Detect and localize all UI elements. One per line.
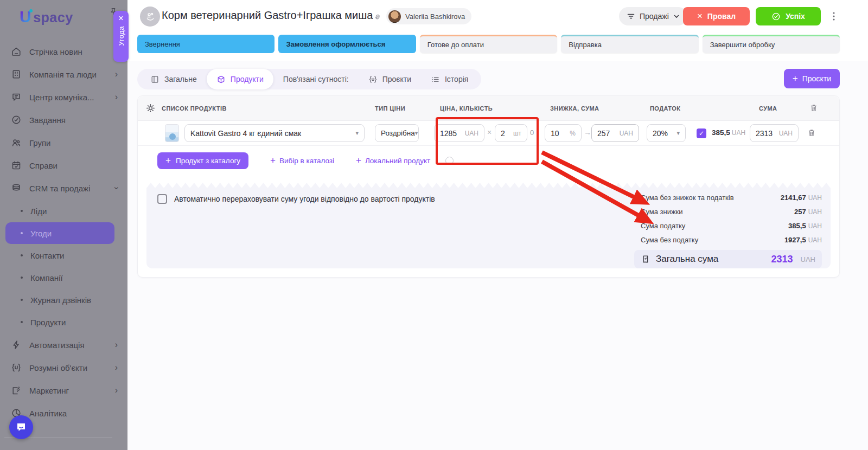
total-line-unit: UAH: [808, 222, 822, 230]
sidebar-item-leads[interactable]: Ліди: [5, 200, 114, 222]
tab-general[interactable]: Загальне: [141, 69, 207, 89]
sidebar-item-automation[interactable]: Автоматизація: [0, 333, 127, 356]
tab-history[interactable]: Історія: [421, 69, 478, 89]
product-name: Kattovit Gastro 4 кг єдиний смак: [190, 129, 301, 138]
stray-zero-text: 0: [530, 128, 534, 137]
total-line-unit: UAH: [808, 208, 822, 216]
sidebar-item-label: Автоматизація: [29, 340, 85, 350]
add-local-product-link[interactable]: Локальний продукт: [356, 155, 430, 166]
stage-gotove-do-oplaty[interactable]: Готове до оплати: [420, 35, 557, 53]
tax-sum-unit: UAH: [732, 129, 745, 137]
trash-icon[interactable]: [809, 103, 819, 113]
sidebar-item-call-log[interactable]: Журнал дзвінків: [5, 289, 114, 311]
chevron-down-icon: [673, 13, 680, 20]
tab-label: Продукти: [231, 75, 264, 83]
discount-sum-value: 257: [597, 129, 610, 138]
price-input[interactable]: 1285 UAH: [434, 124, 484, 142]
stage-vidpravka[interactable]: Відправка: [561, 35, 698, 53]
row-sum-input[interactable]: 2313 UAH: [750, 124, 799, 142]
sidebar-item-news-feed[interactable]: Стрічка новин: [0, 40, 127, 63]
plus-icon: [270, 155, 276, 166]
info-icon[interactable]: [445, 157, 454, 165]
deal-stage-pipeline: Звернення Замовлення оформлюється Готове…: [137, 35, 840, 53]
sidebar-item-contacts[interactable]: Контакти: [5, 245, 114, 266]
close-icon[interactable]: [118, 14, 123, 23]
sidebar-item-marketing[interactable]: Маркетинг: [0, 379, 127, 402]
smart-objects-icon: [11, 362, 22, 373]
product-actions-row: Продукт з каталогу Вибір в каталозі Лока…: [138, 146, 839, 175]
total-line-value: 2141,67: [781, 194, 806, 202]
add-projects-button[interactable]: Проєкти: [784, 69, 840, 88]
tab-products[interactable]: Продукти: [207, 69, 273, 89]
tax-rate-select[interactable]: 20%: [647, 124, 686, 142]
fail-button[interactable]: Провал: [683, 7, 750, 25]
uspacy-logo[interactable]: Uspacy: [20, 8, 73, 26]
kebab-menu-icon[interactable]: [829, 11, 838, 22]
choose-in-catalog-link[interactable]: Вибір в каталозі: [270, 155, 334, 166]
funnel-select[interactable]: Продажі: [619, 7, 687, 25]
sidebar-item-label: Маркетинг: [29, 386, 69, 395]
sidebar-item-activities[interactable]: Справи: [0, 154, 127, 177]
sidebar-subitem-label: Ліди: [30, 207, 47, 216]
success-button[interactable]: Успіх: [756, 7, 821, 25]
quantity-input[interactable]: 2 шт: [495, 124, 527, 142]
total-line-tax: Сума податку 385,5UAH: [634, 218, 822, 233]
tax-rate-value: 20%: [653, 129, 668, 138]
crm-stack-icon: [11, 183, 22, 194]
tax-included-checkbox[interactable]: [697, 128, 706, 138]
deal-overlay-tab[interactable]: Угода: [113, 11, 129, 62]
chat-icon: [11, 92, 22, 102]
stage-zamovlennia[interactable]: Замовлення оформлюється: [278, 35, 416, 53]
stage-zavershyty-obrobku[interactable]: Завершити обробку: [703, 35, 840, 53]
chevron-right-icon: [115, 92, 118, 102]
tab-label: Пов'язані сутності:: [283, 75, 349, 83]
col-header-discount: ЗНИЖКА, СУМА: [550, 105, 599, 112]
chevron-right-icon: [115, 340, 118, 350]
grand-total-label: Загальна сума: [656, 254, 718, 265]
sidebar-item-products[interactable]: Продукти: [5, 311, 114, 333]
sidebar-item-label: CRM та продажі: [29, 184, 90, 193]
discount-percent-unit: %: [570, 130, 576, 137]
caret-down-icon: [415, 130, 418, 137]
totals-list: Сума без знижок та податків 2141,67UAH С…: [634, 190, 822, 268]
totals-panel: Автоматично перераховувати суму угоди ві…: [146, 188, 831, 268]
sidebar-item-label: Аналітика: [29, 409, 67, 418]
sidebar-item-tasks[interactable]: Завдання: [0, 108, 127, 131]
sidebar-item-label: Справи: [29, 161, 58, 170]
sidebar-item-company-people[interactable]: Компанія та люди: [0, 63, 127, 86]
owner-pill[interactable]: Valeriia Bashkirova: [386, 8, 471, 24]
product-select[interactable]: Kattovit Gastro 4 кг єдиний смак: [184, 124, 365, 142]
products-card: СПИСОК ПРОДУКТІВ ТИП ЦІНИ ЦІНА, КІЛЬКІСТ…: [137, 95, 840, 278]
sidebar-item-communication-center[interactable]: Центр комуніка...: [0, 86, 127, 108]
price-type-value: Роздрібна: [381, 129, 415, 137]
row-sum-unit: UAH: [779, 130, 793, 137]
funnel-label: Продажі: [640, 12, 669, 21]
col-header-tax: ПОДАТОК: [650, 105, 680, 112]
stage-zvernennia[interactable]: Звернення: [137, 35, 275, 53]
tab-label: Загальне: [164, 75, 197, 83]
tab-related-entities[interactable]: Пов'язані сутності:: [273, 69, 359, 89]
grand-total-unit: UAH: [801, 255, 815, 263]
grand-total-row: Загальна сума 2313 UAH: [634, 250, 822, 268]
tab-projects[interactable]: Проєкти: [359, 69, 421, 89]
gear-icon[interactable]: [145, 103, 156, 113]
auto-recalc-checkbox[interactable]: [157, 194, 167, 204]
price-type-select[interactable]: Роздрібна: [375, 124, 419, 142]
sidebar-item-label: Стрічка новин: [29, 47, 82, 56]
discount-percent-input[interactable]: 10 %: [545, 124, 582, 142]
sidebar-item-smart-objects[interactable]: Розумні об'єкти: [0, 356, 127, 379]
add-product-from-catalog-button[interactable]: Продукт з каталогу: [157, 152, 248, 169]
lightning-icon: [11, 339, 22, 350]
price-unit: UAH: [465, 130, 478, 137]
sidebar-item-crm-sales[interactable]: CRM та продажі: [0, 177, 127, 200]
sidebar-item-groups[interactable]: Групи: [0, 131, 127, 154]
discount-sum-input[interactable]: 257 UAH: [591, 124, 639, 142]
sidebar-item-deals[interactable]: Угоди: [5, 222, 114, 244]
quantity-value: 2: [501, 129, 505, 138]
trash-icon[interactable]: [807, 128, 816, 138]
deal-tabs: Загальне Продукти Пов'язані сутності: Пр…: [137, 69, 481, 89]
sidebar: Uspacy Стрічка новин Компанія та люди Це…: [0, 0, 127, 450]
link-icon[interactable]: [373, 12, 382, 22]
chat-fab-button[interactable]: [9, 415, 33, 439]
sidebar-item-companies[interactable]: Компанії: [5, 267, 114, 288]
